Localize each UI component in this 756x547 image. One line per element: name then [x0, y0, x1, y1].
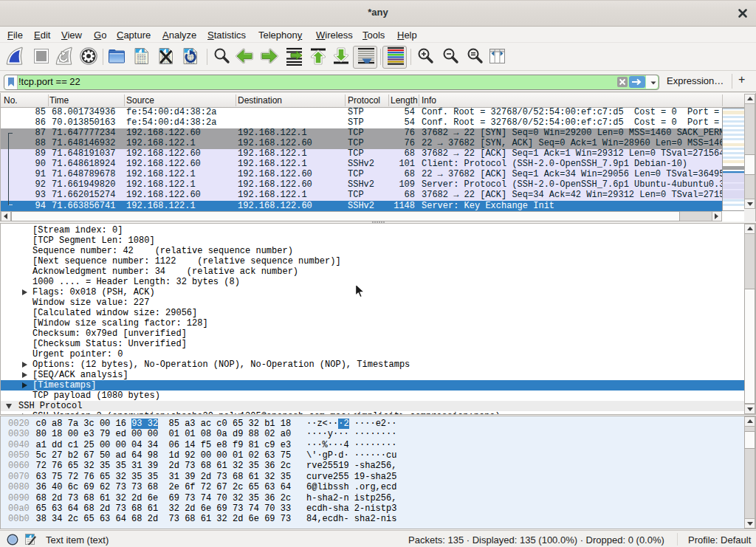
svg-text:0111: 0111 [137, 61, 146, 65]
